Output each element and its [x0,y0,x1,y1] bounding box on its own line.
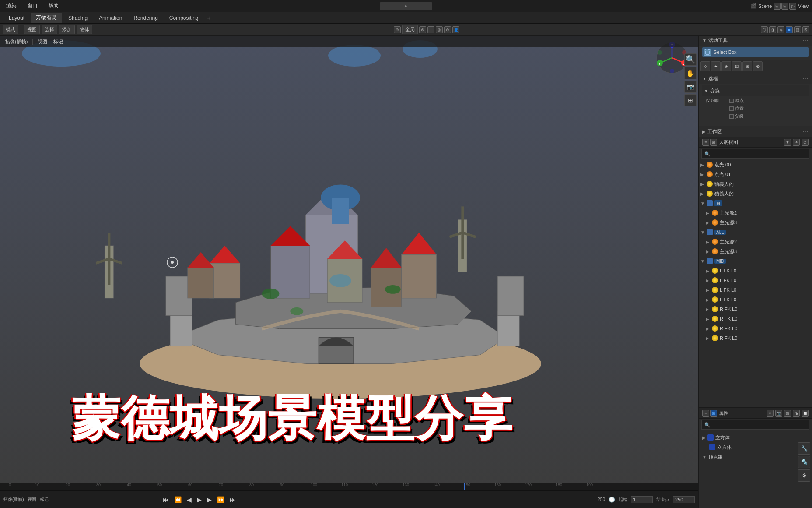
end-frame-input[interactable] [673,496,695,503]
header-icon-2[interactable]: ⊟ [781,3,788,10]
skip-start-btn[interactable]: ⏮ [162,496,170,503]
tree-item-group-bai[interactable]: ▼ 百 [699,198,812,208]
tab-wanwuyoling[interactable]: 万物有灵 [31,13,62,23]
edge-btn-1[interactable]: 🔧 [798,442,810,455]
tree-item-group-all[interactable]: ▼ ALL [699,227,812,237]
tab-animation[interactable]: Animation [94,14,127,22]
person-icon[interactable]: 👤 [452,26,459,33]
tool-icon-6[interactable]: ⊗ [753,61,763,71]
header-icon-1[interactable]: ⊞ [774,3,780,10]
select-menu[interactable]: 选择 [42,25,57,34]
mode-dropdown[interactable]: 模式 [3,25,18,34]
tab-add[interactable]: + [205,14,214,22]
origin-checkbox[interactable]: 原点 [729,98,744,104]
tool-icon-5[interactable]: ⊞ [742,61,752,71]
prop-icon-2[interactable]: ⊞ [710,410,717,417]
outliner-icon-2[interactable]: ⊞ [710,139,717,146]
tree-item-bai-1[interactable]: ▶ 主光源2 [699,208,812,218]
tool-icon-4[interactable]: ⊡ [732,61,742,71]
parent-checkbox[interactable]: 父级 [729,113,744,120]
tree-item-all-2[interactable]: ▶ 主光源3 [699,247,812,256]
viewport-view-btn[interactable]: 视图 [36,38,49,46]
tree-item-mid-3[interactable]: ▶ L FK L0 [699,285,812,295]
magnet-icon[interactable]: ⌇ [427,26,434,33]
prop-render[interactable]: 📷 [775,410,782,417]
tree-item-mid-7[interactable]: ▶ R FK L0 [699,324,812,333]
tool-icon-3[interactable]: ◈ [721,61,731,71]
select-box-tool[interactable]: Select Box [702,47,808,57]
tl-annotation[interactable]: 标记 [40,497,49,503]
scene-label[interactable]: Scene [758,4,772,9]
xray-icon[interactable]: ⊠ [802,26,809,33]
tree-item-light-0[interactable]: ▶ 点光.00 [699,160,812,169]
tree-item-mid-5[interactable]: ▶ R FK L0 [699,304,812,314]
tree-item-mid-4[interactable]: ▶ L FK L0 [699,295,812,304]
start-frame-input[interactable] [631,496,653,503]
edge-btn-3[interactable]: ⚙ [798,469,810,482]
tree-item-mid-2[interactable]: ▶ L FK L0 [699,275,812,285]
prev-key-btn[interactable]: ⏪ [173,496,182,503]
camera-btn[interactable]: 📷 [684,81,696,93]
outliner-filter[interactable]: ▼ [784,139,791,146]
origin-cb[interactable] [729,99,734,103]
tab-compositing[interactable]: Compositing [164,14,204,22]
properties-search-input[interactable] [712,422,806,427]
outliner-restrict[interactable]: ⊙ [802,139,808,146]
next-frame-btn[interactable]: ▶ [206,496,213,503]
next-key-btn[interactable]: ⏩ [216,496,225,503]
viewport-shading-3[interactable]: ◈ [777,26,784,33]
outliner-icon-1[interactable]: ≡ [702,139,709,146]
outliner-search-input[interactable] [712,151,806,156]
overlay-icon[interactable]: ▨ [794,26,801,33]
tool-icon-1[interactable]: ⊹ [700,61,710,71]
prop-icon-1[interactable]: ≡ [702,410,709,417]
prop-output[interactable]: ⊡ [784,410,791,417]
prop-view[interactable]: ◑ [793,410,800,417]
pt-item-cube-child[interactable]: 立方体 [699,442,812,452]
location-cb[interactable] [729,106,734,111]
tree-item-all-1[interactable]: ▶ 主光源2 [699,237,812,247]
prop-filter[interactable]: ▼ [766,410,774,417]
active-tools-header[interactable]: ▼ 活动工具 ⋯ [699,35,812,46]
fullscreen-btn[interactable]: 全局 [402,25,418,34]
transform-header[interactable]: ▼ 变换 [702,85,808,96]
view-menu[interactable]: 视图 [24,25,40,34]
tree-item-light-1[interactable]: ▶ 点光.01 [699,169,812,179]
workspace-menu[interactable]: ⋯ [802,128,808,135]
tl-view[interactable]: 视图 [28,497,36,503]
tab-layout[interactable]: Layout [4,14,30,22]
menu-help[interactable]: 帮助 [46,1,61,11]
main-viewport[interactable]: 拓像(插帧) | 视图 标记 [0,36,698,490]
viewport-shading-1[interactable]: ⬡ [761,26,768,33]
tree-item-group-mid[interactable]: ▼ MID [699,256,812,266]
snap-icon[interactable]: ⊕ [394,26,401,33]
play-btn[interactable]: ▶ [196,496,203,503]
transform-pivot[interactable]: ⊙ [444,26,451,33]
tree-item-mid-1[interactable]: ▶ L FK L0 [699,266,812,275]
section-menu[interactable]: ⋯ [802,37,808,44]
object-menu[interactable]: 物体 [77,25,92,34]
tree-item-light-2[interactable]: ▶ 猫義人的 [699,179,812,189]
tool-icon-2[interactable]: ✦ [711,61,721,71]
viewport-mode-btn[interactable]: 拓像(插帧) [4,38,29,46]
pt-item-cube-parent[interactable]: ▶ 立方体 [699,433,812,442]
prop-scene[interactable]: 🔲 [802,410,808,417]
menu-window[interactable]: 窗口 [24,1,40,11]
proportional-icon[interactable]: ◎ [436,26,443,33]
properties-search[interactable]: 🔍 [701,420,809,430]
tab-shading[interactable]: Shading [63,14,93,22]
selection-menu[interactable]: ⋯ [802,75,808,82]
outliner-eye[interactable]: 👁 [793,139,800,146]
workspace-header[interactable]: ▶ 工作区 ⋯ [699,126,812,137]
grid-btn[interactable]: ⊞ [684,94,696,106]
tab-rendering[interactable]: Rendering [128,14,163,22]
viewport-shading-2[interactable]: ◑ [769,26,776,33]
parent-cb[interactable] [729,114,734,119]
viewport-shading-4[interactable]: ■ [786,26,793,33]
zoom-btn[interactable]: 🔍 [684,53,696,66]
header-icon-3[interactable]: ▷ [789,3,796,10]
pt-item-vertex[interactable]: ▼ 顶点组 [699,452,812,462]
skip-end-btn[interactable]: ⏭ [229,496,237,503]
hand-btn[interactable]: ✋ [684,67,696,79]
prev-frame-btn[interactable]: ◀ [186,496,192,503]
